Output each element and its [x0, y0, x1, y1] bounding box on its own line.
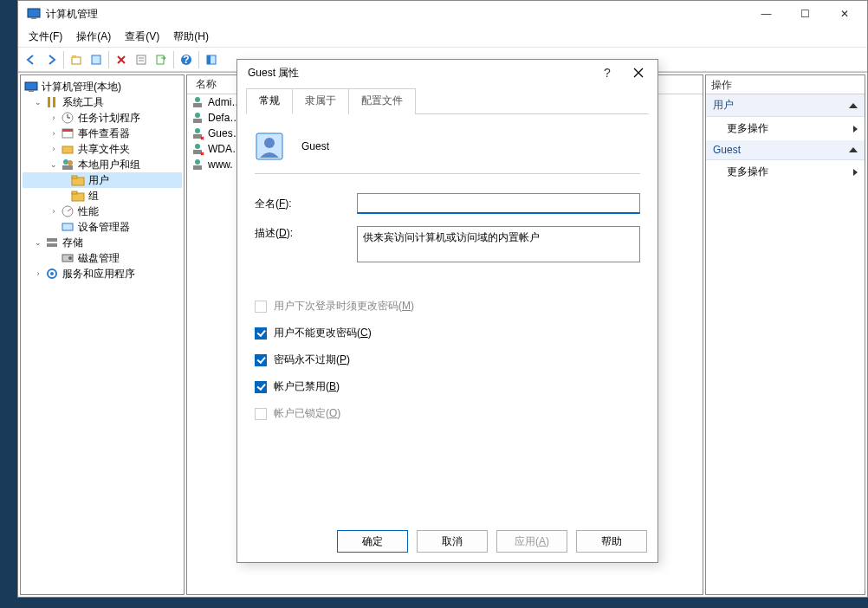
properties-button[interactable]: [87, 50, 106, 69]
twister-open-icon[interactable]: ⌄: [33, 237, 43, 248]
tree-users[interactable]: 用户: [23, 172, 182, 188]
svg-rect-23: [62, 129, 73, 132]
tree-eventviewer[interactable]: › 事件查看器: [23, 126, 182, 141]
checkbox-checked-icon[interactable]: [255, 327, 267, 340]
tree-localusersgroups[interactable]: ⌄ 本地用户和组: [23, 157, 182, 172]
menu-file[interactable]: 文件(F): [22, 28, 69, 46]
app-icon: [27, 7, 41, 21]
submenu-icon: [853, 169, 858, 176]
tree-scheduler[interactable]: › 任务计划程序: [23, 110, 182, 126]
twister-closed-icon[interactable]: ›: [49, 113, 59, 123]
svg-rect-0: [28, 9, 40, 17]
menu-action[interactable]: 操作(A): [69, 28, 118, 46]
actions-section-users[interactable]: 用户: [706, 94, 865, 117]
svg-point-25: [63, 159, 68, 165]
twister-closed-icon[interactable]: ›: [33, 268, 43, 279]
navigation-tree[interactable]: 计算机管理(本地) ⌄ 系统工具 › 任务计划程序 › 事件查看器: [20, 74, 185, 595]
column-name[interactable]: 名称: [191, 75, 222, 94]
services-icon: [45, 267, 59, 281]
guest-properties-dialog: Guest 属性 ? 常规 隶属于 配置文件 Guest 全名(F): 描述(D…: [236, 59, 658, 563]
apply-button[interactable]: 应用(A): [496, 530, 567, 553]
fullname-input[interactable]: [357, 193, 640, 214]
tree-groups[interactable]: 组: [23, 188, 182, 204]
svg-point-53: [264, 138, 275, 148]
svg-point-44: [195, 128, 200, 133]
titlebar[interactable]: 计算机管理 — ☐ ✕: [18, 1, 867, 27]
checkbox-neverexpire[interactable]: 密码永不过期(P): [255, 353, 640, 367]
dialog-title: Guest 属性: [248, 66, 592, 81]
dialog-titlebar[interactable]: Guest 属性 ?: [237, 60, 657, 86]
checkbox-disabled[interactable]: 帐户已禁用(B): [255, 379, 640, 394]
tree-systools[interactable]: ⌄ 系统工具: [23, 94, 182, 110]
tab-strip: 常规 隶属于 配置文件: [239, 87, 656, 113]
tab-general[interactable]: 常规: [246, 88, 293, 114]
svg-point-26: [68, 160, 73, 165]
maximize-button[interactable]: ☐: [786, 2, 825, 26]
svg-point-39: [50, 272, 54, 275]
minimize-button[interactable]: —: [747, 2, 786, 26]
svg-rect-18: [53, 97, 55, 107]
checkbox-mustchange: 用户下次登录时须更改密码(M): [255, 299, 640, 314]
svg-rect-27: [62, 165, 73, 170]
tab-memberof[interactable]: 隶属于: [292, 88, 349, 114]
twister-open-icon[interactable]: ⌄: [49, 159, 59, 170]
tab-page-general: Guest 全名(F): 描述(D): 用户下次登录时须更改密码(M) 用户不能…: [246, 113, 649, 521]
performance-icon: [61, 204, 74, 218]
help-button[interactable]: 帮助: [576, 530, 647, 553]
svg-point-37: [68, 256, 72, 260]
tree-storage[interactable]: ⌄ 存储: [23, 235, 182, 250]
options-button[interactable]: [132, 50, 151, 69]
tree-devicemanager[interactable]: 设备管理器: [23, 219, 182, 235]
checkbox-checked-icon[interactable]: [255, 381, 267, 393]
actions-more-users[interactable]: 更多操作: [706, 117, 865, 140]
svg-rect-45: [193, 134, 202, 139]
event-icon: [61, 126, 74, 140]
ok-button[interactable]: 确定: [337, 530, 408, 553]
back-button[interactable]: [22, 50, 41, 69]
svg-rect-10: [157, 55, 164, 64]
export-button[interactable]: [152, 50, 171, 69]
storage-icon: [45, 236, 59, 249]
twister-open-icon[interactable]: ⌄: [33, 97, 43, 107]
delete-button[interactable]: [112, 50, 131, 69]
user-name-display: Guest: [301, 140, 329, 152]
tree-sharedfolders[interactable]: › 共享文件夹: [23, 141, 182, 157]
collapse-icon: [849, 147, 858, 152]
menu-view[interactable]: 查看(V): [118, 28, 166, 46]
checkbox-locked: 帐户已锁定(O): [255, 406, 640, 421]
user-disabled-icon: [191, 142, 204, 156]
svg-rect-16: [29, 90, 34, 92]
twister-closed-icon[interactable]: ›: [49, 144, 59, 154]
svg-rect-7: [137, 55, 146, 64]
disk-icon: [61, 251, 74, 265]
svg-rect-4: [92, 55, 100, 64]
checkbox-checked-icon[interactable]: [255, 354, 267, 366]
twister-closed-icon[interactable]: ›: [49, 128, 59, 139]
tab-profile[interactable]: 配置文件: [348, 88, 416, 114]
user-icon: [191, 158, 204, 171]
tree-diskmanagement[interactable]: 磁盘管理: [23, 250, 182, 266]
show-hide-button[interactable]: [202, 50, 221, 69]
dialog-help-button[interactable]: ?: [592, 61, 623, 85]
checkbox-cannotchange[interactable]: 用户不能更改密码(C): [255, 326, 640, 340]
dialog-footer: 确定 取消 应用(A) 帮助: [237, 521, 657, 562]
menu-help[interactable]: 帮助(H): [166, 28, 216, 46]
clock-icon: [61, 111, 74, 125]
user-icon: [191, 95, 204, 109]
dialog-close-button[interactable]: [623, 61, 654, 85]
close-button[interactable]: ✕: [825, 2, 864, 26]
help-button[interactable]: ?: [177, 50, 196, 69]
forward-button[interactable]: [42, 50, 61, 69]
actions-section-guest[interactable]: Guest: [706, 140, 865, 160]
twister-closed-icon[interactable]: ›: [49, 206, 59, 217]
tree-services[interactable]: › 服务和应用程序: [23, 266, 182, 281]
svg-point-46: [195, 144, 200, 149]
svg-rect-35: [47, 243, 57, 247]
tree-performance[interactable]: › 性能: [23, 204, 182, 219]
cancel-button[interactable]: 取消: [417, 530, 488, 553]
description-input[interactable]: [357, 226, 640, 262]
actions-more-guest[interactable]: 更多操作: [706, 160, 865, 184]
actions-pane: 操作 用户 更多操作 Guest 更多操作: [705, 74, 865, 595]
tree-root[interactable]: 计算机管理(本地): [23, 79, 182, 94]
up-button[interactable]: [67, 50, 86, 69]
